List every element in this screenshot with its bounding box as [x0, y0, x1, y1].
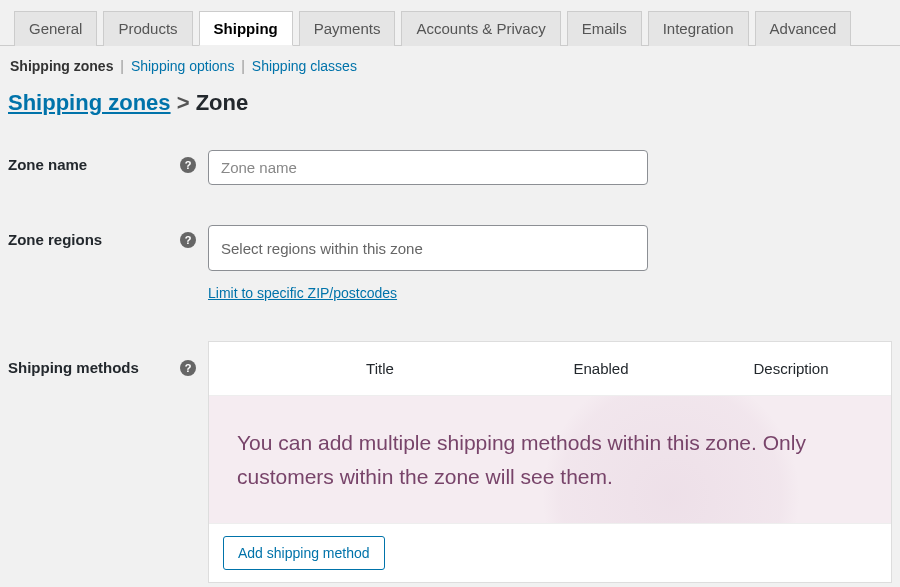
tab-emails[interactable]: Emails: [567, 11, 642, 46]
help-icon[interactable]: ?: [180, 360, 196, 376]
tab-integration[interactable]: Integration: [648, 11, 749, 46]
breadcrumb-zones-link[interactable]: Shipping zones: [8, 90, 171, 115]
label-zone-name: Zone name: [8, 156, 87, 173]
subnav-zones[interactable]: Shipping zones: [10, 58, 113, 74]
add-shipping-method-button[interactable]: Add shipping method: [223, 536, 385, 570]
subnav-classes[interactable]: Shipping classes: [252, 58, 357, 74]
subnav-options[interactable]: Shipping options: [131, 58, 235, 74]
methods-empty-state: You can add multiple shipping methods wi…: [209, 396, 891, 523]
tab-advanced[interactable]: Advanced: [755, 11, 852, 46]
tab-general[interactable]: General: [14, 11, 97, 46]
help-icon[interactable]: ?: [180, 232, 196, 248]
row-shipping-methods: Shipping methods ? Title Enabled Descrip…: [0, 331, 900, 587]
limit-postcodes-link[interactable]: Limit to specific ZIP/postcodes: [208, 285, 397, 301]
help-icon[interactable]: ?: [180, 157, 196, 173]
row-zone-name: Zone name ?: [0, 140, 900, 195]
tab-shipping[interactable]: Shipping: [199, 11, 293, 46]
methods-table-header: Title Enabled Description: [209, 342, 891, 396]
col-drag: [209, 360, 249, 377]
shipping-subnav: Shipping zones | Shipping options | Ship…: [0, 58, 900, 90]
shipping-methods-table: Title Enabled Description You can add mu…: [208, 341, 892, 583]
row-zone-regions: Zone regions ? Select regions within thi…: [0, 215, 900, 311]
col-description-header: Description: [691, 360, 891, 377]
label-zone-regions: Zone regions: [8, 231, 102, 248]
empty-message: You can add multiple shipping methods wi…: [237, 431, 806, 488]
zone-regions-placeholder: Select regions within this zone: [221, 240, 423, 257]
separator: |: [120, 58, 124, 74]
settings-tabs: General Products Shipping Payments Accou…: [0, 0, 900, 46]
tab-accounts[interactable]: Accounts & Privacy: [401, 11, 560, 46]
breadcrumb-separator: >: [177, 90, 196, 115]
separator: |: [241, 58, 245, 74]
tab-products[interactable]: Products: [103, 11, 192, 46]
label-shipping-methods: Shipping methods: [8, 359, 139, 376]
col-title-header: Title: [249, 360, 511, 377]
zone-name-input[interactable]: [208, 150, 648, 185]
breadcrumb: Shipping zones > Zone: [0, 90, 900, 140]
tab-payments[interactable]: Payments: [299, 11, 396, 46]
zone-regions-select[interactable]: Select regions within this zone: [208, 225, 648, 271]
col-enabled-header: Enabled: [511, 360, 691, 377]
methods-table-footer: Add shipping method: [209, 523, 891, 582]
breadcrumb-current: Zone: [196, 90, 249, 115]
